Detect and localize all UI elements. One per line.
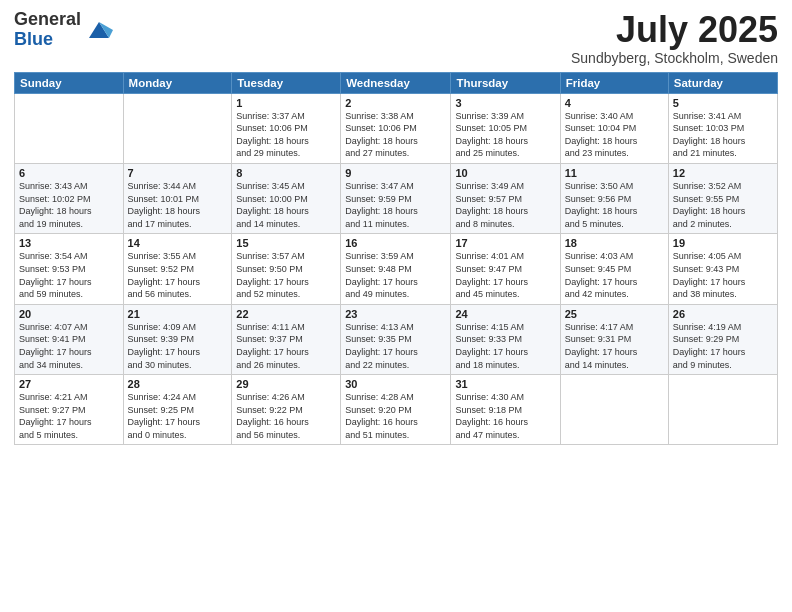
col-wednesday: Wednesday	[341, 72, 451, 93]
calendar-cell: 25Sunrise: 4:17 AM Sunset: 9:31 PM Dayli…	[560, 304, 668, 374]
day-number: 28	[128, 378, 228, 390]
day-number: 8	[236, 167, 336, 179]
day-info: Sunrise: 3:37 AM Sunset: 10:06 PM Daylig…	[236, 110, 336, 160]
day-number: 20	[19, 308, 119, 320]
day-info: Sunrise: 3:40 AM Sunset: 10:04 PM Daylig…	[565, 110, 664, 160]
calendar-cell	[560, 375, 668, 445]
day-number: 3	[455, 97, 555, 109]
day-number: 15	[236, 237, 336, 249]
calendar-cell: 6Sunrise: 3:43 AM Sunset: 10:02 PM Dayli…	[15, 163, 124, 233]
day-info: Sunrise: 4:19 AM Sunset: 9:29 PM Dayligh…	[673, 321, 773, 371]
day-info: Sunrise: 4:11 AM Sunset: 9:37 PM Dayligh…	[236, 321, 336, 371]
day-number: 7	[128, 167, 228, 179]
day-info: Sunrise: 3:43 AM Sunset: 10:02 PM Daylig…	[19, 180, 119, 230]
day-info: Sunrise: 4:13 AM Sunset: 9:35 PM Dayligh…	[345, 321, 446, 371]
calendar-table: Sunday Monday Tuesday Wednesday Thursday…	[14, 72, 778, 446]
calendar-week-4: 20Sunrise: 4:07 AM Sunset: 9:41 PM Dayli…	[15, 304, 778, 374]
day-number: 16	[345, 237, 446, 249]
calendar-week-5: 27Sunrise: 4:21 AM Sunset: 9:27 PM Dayli…	[15, 375, 778, 445]
day-info: Sunrise: 4:01 AM Sunset: 9:47 PM Dayligh…	[455, 250, 555, 300]
day-info: Sunrise: 4:15 AM Sunset: 9:33 PM Dayligh…	[455, 321, 555, 371]
day-info: Sunrise: 4:17 AM Sunset: 9:31 PM Dayligh…	[565, 321, 664, 371]
day-number: 21	[128, 308, 228, 320]
calendar-cell: 5Sunrise: 3:41 AM Sunset: 10:03 PM Dayli…	[668, 93, 777, 163]
calendar-cell: 21Sunrise: 4:09 AM Sunset: 9:39 PM Dayli…	[123, 304, 232, 374]
calendar-cell: 28Sunrise: 4:24 AM Sunset: 9:25 PM Dayli…	[123, 375, 232, 445]
calendar-cell: 23Sunrise: 4:13 AM Sunset: 9:35 PM Dayli…	[341, 304, 451, 374]
title-block: July 2025 Sundbyberg, Stockholm, Sweden	[571, 10, 778, 66]
calendar-cell: 26Sunrise: 4:19 AM Sunset: 9:29 PM Dayli…	[668, 304, 777, 374]
day-info: Sunrise: 4:26 AM Sunset: 9:22 PM Dayligh…	[236, 391, 336, 441]
calendar-cell: 27Sunrise: 4:21 AM Sunset: 9:27 PM Dayli…	[15, 375, 124, 445]
day-info: Sunrise: 4:24 AM Sunset: 9:25 PM Dayligh…	[128, 391, 228, 441]
day-number: 13	[19, 237, 119, 249]
logo-blue: Blue	[14, 30, 81, 50]
day-info: Sunrise: 4:05 AM Sunset: 9:43 PM Dayligh…	[673, 250, 773, 300]
day-info: Sunrise: 3:45 AM Sunset: 10:00 PM Daylig…	[236, 180, 336, 230]
calendar-header-row: Sunday Monday Tuesday Wednesday Thursday…	[15, 72, 778, 93]
day-info: Sunrise: 3:59 AM Sunset: 9:48 PM Dayligh…	[345, 250, 446, 300]
calendar-cell: 4Sunrise: 3:40 AM Sunset: 10:04 PM Dayli…	[560, 93, 668, 163]
day-number: 11	[565, 167, 664, 179]
col-monday: Monday	[123, 72, 232, 93]
day-number: 23	[345, 308, 446, 320]
calendar-cell: 9Sunrise: 3:47 AM Sunset: 9:59 PM Daylig…	[341, 163, 451, 233]
calendar-cell: 17Sunrise: 4:01 AM Sunset: 9:47 PM Dayli…	[451, 234, 560, 304]
calendar-cell: 22Sunrise: 4:11 AM Sunset: 9:37 PM Dayli…	[232, 304, 341, 374]
day-number: 18	[565, 237, 664, 249]
day-info: Sunrise: 4:28 AM Sunset: 9:20 PM Dayligh…	[345, 391, 446, 441]
calendar-cell: 2Sunrise: 3:38 AM Sunset: 10:06 PM Dayli…	[341, 93, 451, 163]
calendar-cell: 15Sunrise: 3:57 AM Sunset: 9:50 PM Dayli…	[232, 234, 341, 304]
calendar-cell: 10Sunrise: 3:49 AM Sunset: 9:57 PM Dayli…	[451, 163, 560, 233]
day-number: 6	[19, 167, 119, 179]
calendar-cell: 7Sunrise: 3:44 AM Sunset: 10:01 PM Dayli…	[123, 163, 232, 233]
calendar-cell: 16Sunrise: 3:59 AM Sunset: 9:48 PM Dayli…	[341, 234, 451, 304]
logo-general: General	[14, 10, 81, 30]
day-number: 25	[565, 308, 664, 320]
day-number: 1	[236, 97, 336, 109]
day-info: Sunrise: 4:30 AM Sunset: 9:18 PM Dayligh…	[455, 391, 555, 441]
logo: General Blue	[14, 10, 113, 50]
day-info: Sunrise: 3:49 AM Sunset: 9:57 PM Dayligh…	[455, 180, 555, 230]
day-info: Sunrise: 3:44 AM Sunset: 10:01 PM Daylig…	[128, 180, 228, 230]
day-info: Sunrise: 3:38 AM Sunset: 10:06 PM Daylig…	[345, 110, 446, 160]
calendar-cell	[123, 93, 232, 163]
day-info: Sunrise: 3:54 AM Sunset: 9:53 PM Dayligh…	[19, 250, 119, 300]
calendar-cell	[668, 375, 777, 445]
day-number: 24	[455, 308, 555, 320]
day-number: 19	[673, 237, 773, 249]
calendar-cell	[15, 93, 124, 163]
calendar-cell: 30Sunrise: 4:28 AM Sunset: 9:20 PM Dayli…	[341, 375, 451, 445]
col-tuesday: Tuesday	[232, 72, 341, 93]
calendar-cell: 19Sunrise: 4:05 AM Sunset: 9:43 PM Dayli…	[668, 234, 777, 304]
calendar-cell: 11Sunrise: 3:50 AM Sunset: 9:56 PM Dayli…	[560, 163, 668, 233]
day-number: 2	[345, 97, 446, 109]
page: General Blue July 2025 Sundbyberg, Stock…	[0, 0, 792, 612]
day-info: Sunrise: 3:41 AM Sunset: 10:03 PM Daylig…	[673, 110, 773, 160]
day-info: Sunrise: 3:39 AM Sunset: 10:05 PM Daylig…	[455, 110, 555, 160]
day-number: 10	[455, 167, 555, 179]
day-number: 14	[128, 237, 228, 249]
logo-icon	[85, 16, 113, 44]
calendar-cell: 31Sunrise: 4:30 AM Sunset: 9:18 PM Dayli…	[451, 375, 560, 445]
day-info: Sunrise: 3:50 AM Sunset: 9:56 PM Dayligh…	[565, 180, 664, 230]
day-info: Sunrise: 3:57 AM Sunset: 9:50 PM Dayligh…	[236, 250, 336, 300]
day-info: Sunrise: 3:47 AM Sunset: 9:59 PM Dayligh…	[345, 180, 446, 230]
day-number: 26	[673, 308, 773, 320]
calendar-cell: 18Sunrise: 4:03 AM Sunset: 9:45 PM Dayli…	[560, 234, 668, 304]
calendar-cell: 20Sunrise: 4:07 AM Sunset: 9:41 PM Dayli…	[15, 304, 124, 374]
calendar-cell: 12Sunrise: 3:52 AM Sunset: 9:55 PM Dayli…	[668, 163, 777, 233]
day-info: Sunrise: 3:55 AM Sunset: 9:52 PM Dayligh…	[128, 250, 228, 300]
calendar-cell: 14Sunrise: 3:55 AM Sunset: 9:52 PM Dayli…	[123, 234, 232, 304]
logo-text: General Blue	[14, 10, 81, 50]
day-number: 4	[565, 97, 664, 109]
calendar-cell: 3Sunrise: 3:39 AM Sunset: 10:05 PM Dayli…	[451, 93, 560, 163]
col-friday: Friday	[560, 72, 668, 93]
calendar-cell: 8Sunrise: 3:45 AM Sunset: 10:00 PM Dayli…	[232, 163, 341, 233]
day-number: 22	[236, 308, 336, 320]
day-info: Sunrise: 3:52 AM Sunset: 9:55 PM Dayligh…	[673, 180, 773, 230]
day-number: 12	[673, 167, 773, 179]
calendar-cell: 24Sunrise: 4:15 AM Sunset: 9:33 PM Dayli…	[451, 304, 560, 374]
month-title: July 2025	[571, 10, 778, 50]
header: General Blue July 2025 Sundbyberg, Stock…	[14, 10, 778, 66]
